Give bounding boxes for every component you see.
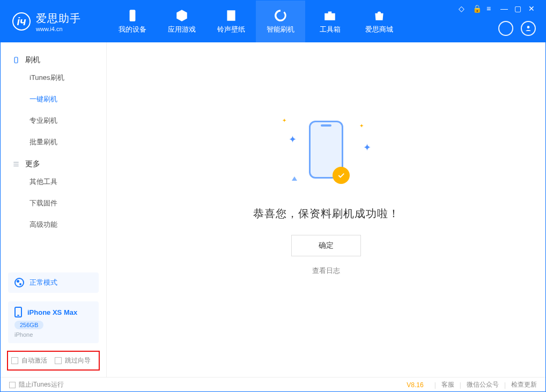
device-name: iPhone XS Max bbox=[27, 308, 77, 316]
titlebar: ◇ 🔒 ≡ — ▢ ✕ bbox=[459, 5, 536, 12]
nav-label: 工具箱 bbox=[320, 25, 341, 34]
checkbox-icon bbox=[11, 357, 18, 364]
phone-icon bbox=[126, 9, 139, 23]
nav-label: 智能刷机 bbox=[267, 25, 294, 34]
group-title: 刷机 bbox=[25, 55, 40, 65]
footer-left: 阻止iTunes运行 bbox=[9, 380, 64, 389]
device-icon bbox=[14, 307, 22, 317]
check-icon bbox=[337, 171, 345, 180]
sidebar-item-firmware[interactable]: 下载固件 bbox=[1, 193, 106, 214]
sidebar-item-other[interactable]: 其他工具 bbox=[1, 171, 106, 193]
sidebar-item-batch[interactable]: 批量刷机 bbox=[1, 131, 106, 153]
success-illustration: ✦ ✦ ✦ ✦ bbox=[272, 112, 380, 187]
sidebar-group-more: 更多 bbox=[1, 153, 106, 171]
mode-icon bbox=[14, 278, 24, 287]
nav-flash[interactable]: 智能刷机 bbox=[256, 1, 305, 42]
mode-label: 正常模式 bbox=[29, 278, 57, 287]
view-log-link[interactable]: 查看日志 bbox=[312, 266, 340, 276]
nav-store[interactable]: 爱思商城 bbox=[355, 1, 404, 42]
spark-icon: ✦ bbox=[363, 142, 371, 153]
spark-icon: ✦ bbox=[289, 134, 297, 145]
device-storage: 256GB bbox=[14, 321, 43, 329]
tshirt-icon[interactable]: ◇ bbox=[459, 5, 466, 12]
logo[interactable]: iч 爱思助手 www.i4.cn bbox=[1, 11, 108, 32]
auto-activate-checkbox[interactable]: 自动激活 bbox=[11, 356, 47, 365]
block-itunes-label: 阻止iTunes运行 bbox=[19, 380, 64, 389]
nav-toolbox[interactable]: 工具箱 bbox=[305, 1, 355, 42]
nav-label: 应用游戏 bbox=[168, 25, 196, 34]
brand-cn: 爱思助手 bbox=[36, 11, 81, 26]
checkbox-icon bbox=[55, 357, 62, 364]
version-label: V8.16 bbox=[407, 381, 423, 389]
sidebar-group-flash: 刷机 bbox=[1, 49, 106, 67]
close-button[interactable]: ✕ bbox=[528, 5, 536, 12]
footer: 阻止iTunes运行 V8.16 | 客服 | 微信公众号 | 检查更新 bbox=[1, 377, 545, 392]
skip-guide-label: 跳过向导 bbox=[65, 356, 91, 365]
triangle-icon bbox=[292, 176, 297, 181]
nav-label: 铃声壁纸 bbox=[217, 25, 245, 34]
logo-text: 爱思助手 www.i4.cn bbox=[36, 11, 81, 32]
nav-apps[interactable]: 应用游戏 bbox=[157, 1, 206, 42]
footer-link-support[interactable]: 客服 bbox=[441, 380, 454, 389]
nav-ringtones[interactable]: 铃声壁纸 bbox=[206, 1, 256, 42]
briefcase-icon bbox=[323, 9, 337, 23]
mode-card[interactable]: 正常模式 bbox=[8, 272, 99, 293]
options-row: 自动激活 跳过向导 bbox=[7, 351, 100, 371]
ok-button[interactable]: 确定 bbox=[291, 235, 361, 256]
device-type: iPhone bbox=[14, 331, 92, 338]
bag-icon bbox=[372, 9, 386, 23]
nav-my-device[interactable]: 我的设备 bbox=[108, 1, 157, 42]
corner-icons bbox=[498, 21, 536, 36]
sidebar-item-oneclick[interactable]: 一键刷机 bbox=[1, 88, 106, 110]
sidebar: 刷机 iTunes刷机 一键刷机 专业刷机 批量刷机 更多 其他工具 下载固件 … bbox=[1, 42, 107, 377]
logo-icon: iч bbox=[12, 12, 31, 31]
header-right: ◇ 🔒 ≡ — ▢ ✕ bbox=[459, 1, 536, 42]
refresh-icon bbox=[274, 9, 287, 23]
sidebar-scroll: 刷机 iTunes刷机 一键刷机 专业刷机 批量刷机 更多 其他工具 下载固件 … bbox=[1, 42, 106, 268]
checkbox-icon bbox=[9, 382, 16, 388]
download-button[interactable] bbox=[498, 21, 513, 36]
footer-link-wechat[interactable]: 微信公众号 bbox=[467, 380, 499, 389]
note-icon bbox=[224, 9, 238, 23]
maximize-button[interactable]: ▢ bbox=[514, 5, 522, 12]
footer-right: V8.16 | 客服 | 微信公众号 | 检查更新 bbox=[407, 380, 537, 389]
nav: 我的设备 应用游戏 铃声壁纸 智能刷机 工具箱 爱思商城 bbox=[108, 1, 404, 42]
device-card[interactable]: iPhone XS Max 256GB iPhone bbox=[8, 301, 99, 343]
success-message: 恭喜您，保资料刷机成功啦！ bbox=[253, 206, 400, 221]
cube-icon bbox=[175, 9, 189, 23]
user-icon bbox=[525, 25, 532, 32]
device-icon bbox=[12, 56, 20, 64]
group-title: 更多 bbox=[25, 159, 40, 169]
spark-icon: ✦ bbox=[359, 123, 364, 129]
download-icon bbox=[502, 25, 510, 32]
lock-icon[interactable]: 🔒 bbox=[473, 5, 480, 12]
spark-icon: ✦ bbox=[282, 117, 286, 123]
sidebar-item-pro[interactable]: 专业刷机 bbox=[1, 110, 106, 131]
brand-en: www.i4.cn bbox=[36, 26, 81, 32]
account-button[interactable] bbox=[521, 21, 536, 36]
menu-icon[interactable]: ≡ bbox=[486, 5, 494, 12]
block-itunes-checkbox[interactable]: 阻止iTunes运行 bbox=[9, 380, 64, 389]
check-badge bbox=[333, 167, 350, 184]
auto-activate-label: 自动激活 bbox=[21, 356, 47, 365]
svg-rect-0 bbox=[130, 10, 136, 21]
skip-guide-checkbox[interactable]: 跳过向导 bbox=[55, 356, 91, 365]
list-icon bbox=[12, 160, 20, 168]
main: ✦ ✦ ✦ ✦ 恭喜您，保资料刷机成功啦！ 确定 查看日志 bbox=[107, 42, 545, 377]
sidebar-item-itunes[interactable]: iTunes刷机 bbox=[1, 67, 106, 88]
nav-label: 爱思商城 bbox=[365, 25, 393, 34]
minimize-button[interactable]: — bbox=[500, 5, 508, 12]
header: iч 爱思助手 www.i4.cn 我的设备 应用游戏 铃声壁纸 智能刷机 工具… bbox=[1, 1, 545, 42]
nav-label: 我的设备 bbox=[119, 25, 146, 34]
footer-link-update[interactable]: 检查更新 bbox=[511, 380, 537, 389]
svg-rect-2 bbox=[14, 57, 18, 63]
svg-point-1 bbox=[527, 26, 530, 28]
body: 刷机 iTunes刷机 一键刷机 专业刷机 批量刷机 更多 其他工具 下载固件 … bbox=[1, 42, 545, 377]
sidebar-item-advanced[interactable]: 高级功能 bbox=[1, 214, 106, 235]
